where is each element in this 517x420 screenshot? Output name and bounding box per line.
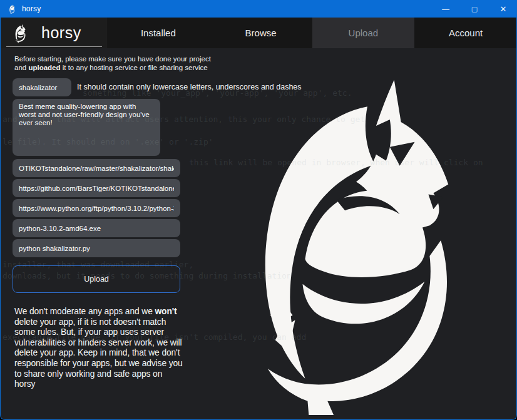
tab-installed[interactable]: Installed [107,18,210,48]
upload-button[interactable]: Upload [13,265,180,293]
tab-account[interactable]: Account [414,18,517,48]
brand-name: horsy [41,24,81,42]
intro-line2-pre: and [14,64,28,71]
tab-home-brand[interactable]: horsy [1,18,107,48]
app-horse-icon [8,4,17,14]
runtime-url-input[interactable] [13,199,180,217]
archive-url-input[interactable] [13,159,180,177]
notice-post: delete your app, if it is not doesn't ma… [14,317,183,389]
maximize-button[interactable]: ▢ [460,0,489,18]
tab-upload[interactable]: Upload [312,18,415,48]
minimize-button[interactable]: — [431,0,460,18]
tab-browse[interactable]: Browse [210,18,312,48]
app-window: horsy — ▢ ✕ horsy Installed Browse Uploa… [0,0,517,420]
description-textarea[interactable]: Best meme quality-lowering app with wors… [13,99,160,156]
horsy-logo-artwork [243,72,479,415]
intro-line2-post: it to any hosting service or file sharin… [61,64,208,71]
intro-bold: uploaded [28,64,60,71]
run-command-input[interactable] [13,239,180,257]
upload-page: something like 'your_app', 'your-app', '… [1,48,517,419]
installer-file-input[interactable] [13,219,180,237]
nav-bar: horsy Installed Browse Upload Account [1,18,517,48]
intro-text: Before starting, please make sure you ha… [14,54,211,72]
app-name-input[interactable] [13,78,71,96]
window-controls: — ▢ ✕ [431,0,517,18]
brand-underline [6,46,102,47]
moderation-notice: We don't moderate any apps and we won't … [14,307,185,390]
notice-pre: We don't moderate any apps and we [14,307,155,316]
repo-url-input[interactable] [13,179,180,197]
notice-bold: won't [155,307,177,316]
intro-line1: Before starting, please make sure you ha… [14,55,211,63]
brand-horse-icon [11,24,30,43]
close-button[interactable]: ✕ [489,0,517,18]
window-title: horsy [22,4,41,13]
title-bar[interactable]: horsy — ▢ ✕ [1,0,517,18]
